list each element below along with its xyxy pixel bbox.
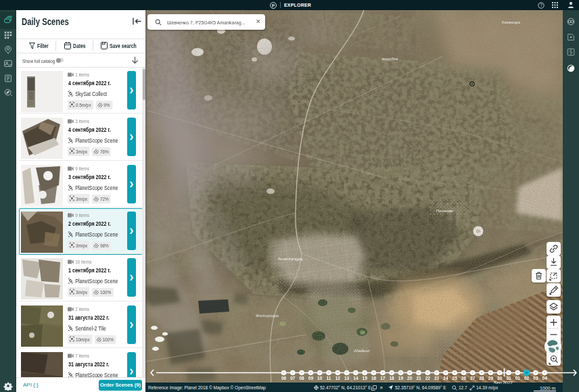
svg-text:Жилгородок: Жилгородок: [256, 314, 279, 318]
svg-text:29: 29: [488, 376, 494, 381]
svg-text:Amankaragay: Amankaragay: [278, 257, 303, 261]
svg-text:27: 27: [470, 376, 476, 381]
svg-text:25: 25: [453, 376, 458, 381]
svg-text:14: 14: [353, 376, 358, 381]
svg-text:вырубка: вырубка: [382, 57, 398, 61]
svg-text:04: 04: [542, 376, 548, 381]
svg-text:22: 22: [425, 376, 431, 381]
svg-text:11: 11: [327, 376, 331, 381]
svg-text:Пешкове: Пешкове: [436, 209, 454, 213]
svg-text:17: 17: [380, 376, 386, 381]
svg-text:?: ?: [540, 3, 542, 7]
svg-text:26: 26: [461, 376, 467, 381]
svg-text:12: 12: [335, 376, 341, 381]
svg-text:19: 19: [398, 376, 404, 381]
svg-text:03: 03: [533, 376, 538, 381]
svg-text:07: 07: [290, 376, 296, 381]
svg-text:13: 13: [344, 376, 350, 381]
svg-text:16: 16: [371, 376, 377, 381]
svg-text:Абайкол: Абайкол: [354, 349, 370, 353]
svg-text:Sep 2022: Sep 2022: [494, 381, 513, 385]
svg-text:24: 24: [443, 376, 448, 381]
svg-text:01: 01: [515, 376, 521, 381]
svg-text:15: 15: [363, 376, 368, 381]
svg-text:23: 23: [434, 376, 440, 381]
svg-text:Казанщик: Казанщик: [502, 20, 520, 24]
svg-text:20: 20: [407, 376, 413, 381]
svg-text:10: 10: [317, 376, 323, 381]
svg-text:06: 06: [281, 376, 287, 381]
svg-text:08: 08: [299, 376, 304, 381]
svg-text:09: 09: [308, 376, 314, 381]
svg-text:28: 28: [479, 376, 484, 381]
svg-text:02: 02: [524, 376, 530, 381]
svg-text:21: 21: [416, 376, 421, 381]
svg-text:18: 18: [389, 376, 394, 381]
